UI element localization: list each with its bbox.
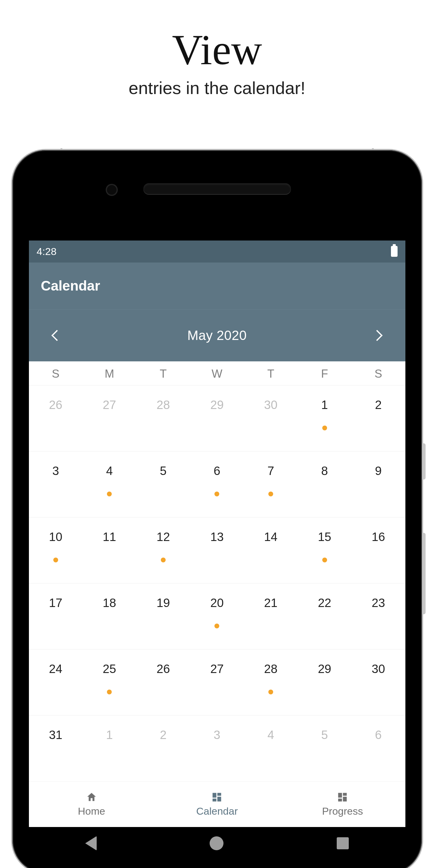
day-number: 10 bbox=[49, 530, 63, 544]
calendar-day[interactable]: 26 bbox=[136, 650, 190, 715]
calendar-day[interactable]: 29 bbox=[298, 650, 352, 715]
calendar-week: 31123456 bbox=[29, 715, 405, 781]
headline: View bbox=[0, 0, 434, 75]
android-back-button[interactable] bbox=[85, 836, 97, 850]
calendar-day[interactable]: 11 bbox=[82, 518, 136, 583]
day-number: 1 bbox=[106, 728, 113, 742]
calendar-day[interactable]: 3 bbox=[190, 715, 244, 781]
day-number: 8 bbox=[321, 464, 328, 478]
calendar-day[interactable]: 28 bbox=[136, 385, 190, 451]
calendar-day[interactable]: 18 bbox=[82, 584, 136, 649]
calendar-day[interactable]: 26 bbox=[29, 385, 83, 451]
nav-calendar[interactable]: Calendar bbox=[154, 781, 280, 827]
phone-camera bbox=[106, 184, 118, 196]
status-time: 4:28 bbox=[37, 246, 57, 257]
day-number: 9 bbox=[375, 464, 381, 478]
calendar-day[interactable]: 21 bbox=[244, 584, 298, 649]
calendar-day[interactable]: 2 bbox=[352, 385, 405, 451]
calendar-day[interactable]: 20 bbox=[190, 584, 244, 649]
day-number: 5 bbox=[160, 464, 167, 478]
day-number: 27 bbox=[210, 662, 224, 676]
calendar-day[interactable]: 30 bbox=[352, 650, 405, 715]
calendar-day[interactable]: 8 bbox=[298, 452, 352, 517]
calendar-week: 17181920212223 bbox=[29, 583, 405, 649]
day-number: 6 bbox=[375, 728, 381, 742]
calendar-day[interactable]: 4 bbox=[244, 715, 298, 781]
calendar-day[interactable]: 9 bbox=[352, 452, 405, 517]
calendar-day[interactable]: 6 bbox=[190, 452, 244, 517]
nav-home[interactable]: Home bbox=[29, 781, 155, 827]
calendar-day[interactable]: 19 bbox=[136, 584, 190, 649]
day-number: 27 bbox=[103, 398, 116, 412]
day-number: 11 bbox=[103, 530, 116, 544]
day-number: 23 bbox=[372, 596, 385, 610]
chevron-right-icon[interactable] bbox=[372, 330, 383, 341]
calendar-week: 10111213141516 bbox=[29, 517, 405, 583]
calendar-day[interactable]: 17 bbox=[29, 584, 83, 649]
calendar-day[interactable]: 24 bbox=[29, 650, 83, 715]
calendar-day[interactable]: 30 bbox=[244, 385, 298, 451]
calendar-day[interactable]: 25 bbox=[82, 650, 136, 715]
calendar-day[interactable]: 5 bbox=[136, 452, 190, 517]
calendar-day[interactable]: 23 bbox=[352, 584, 405, 649]
calendar-day[interactable]: 6 bbox=[352, 715, 405, 781]
day-number: 7 bbox=[267, 464, 274, 478]
day-number: 5 bbox=[321, 728, 328, 742]
weekday-header: M bbox=[82, 361, 136, 385]
day-number: 28 bbox=[264, 662, 278, 676]
day-number: 2 bbox=[375, 398, 381, 412]
nav-home-label: Home bbox=[78, 805, 105, 817]
calendar-day[interactable]: 7 bbox=[244, 452, 298, 517]
month-label[interactable]: May 2020 bbox=[187, 328, 247, 343]
calendar-day[interactable]: 1 bbox=[82, 715, 136, 781]
day-number: 3 bbox=[53, 464, 59, 478]
day-number: 15 bbox=[318, 530, 331, 544]
entry-dot-icon bbox=[268, 492, 273, 496]
android-home-button[interactable] bbox=[210, 836, 224, 850]
day-number: 17 bbox=[49, 596, 63, 610]
nav-calendar-label: Calendar bbox=[196, 805, 238, 817]
day-number: 20 bbox=[210, 596, 224, 610]
android-recents-button[interactable] bbox=[337, 837, 349, 849]
phone-screen: 4:28 Calendar May 2020 SMTWTFS 262728293… bbox=[29, 241, 405, 860]
day-number: 31 bbox=[49, 728, 63, 742]
calendar-day[interactable]: 31 bbox=[29, 715, 83, 781]
calendar-day[interactable]: 3 bbox=[29, 452, 83, 517]
day-number: 2 bbox=[160, 728, 167, 742]
calendar-day[interactable]: 16 bbox=[352, 518, 405, 583]
calendar-day[interactable]: 10 bbox=[29, 518, 83, 583]
entry-dot-icon bbox=[161, 558, 166, 562]
weekday-header: F bbox=[298, 361, 352, 385]
calendar-day[interactable]: 29 bbox=[190, 385, 244, 451]
android-nav-bar bbox=[29, 827, 405, 860]
weekday-header-row: SMTWTFS bbox=[29, 361, 405, 385]
day-number: 25 bbox=[103, 662, 116, 676]
calendar-day[interactable]: 28 bbox=[244, 650, 298, 715]
day-number: 6 bbox=[213, 464, 220, 478]
calendar-grid: SMTWTFS 26272829301234567891011121314151… bbox=[29, 361, 405, 781]
calendar-day[interactable]: 15 bbox=[298, 518, 352, 583]
nav-progress[interactable]: Progress bbox=[280, 781, 405, 827]
day-number: 30 bbox=[372, 662, 385, 676]
dashboard-icon bbox=[210, 792, 223, 803]
month-bar: May 2020 bbox=[29, 309, 405, 362]
day-number: 28 bbox=[157, 398, 170, 412]
calendar-day[interactable]: 27 bbox=[82, 385, 136, 451]
day-number: 29 bbox=[318, 662, 331, 676]
day-number: 16 bbox=[372, 530, 385, 544]
calendar-day[interactable]: 27 bbox=[190, 650, 244, 715]
calendar-day[interactable]: 2 bbox=[136, 715, 190, 781]
chevron-left-icon[interactable] bbox=[51, 330, 62, 341]
calendar-day[interactable]: 13 bbox=[190, 518, 244, 583]
calendar-day[interactable]: 4 bbox=[82, 452, 136, 517]
bottom-nav: Home Calendar Progress bbox=[29, 781, 405, 827]
calendar-day[interactable]: 12 bbox=[136, 518, 190, 583]
app-bar: Calendar bbox=[29, 262, 405, 309]
calendar-day[interactable]: 14 bbox=[244, 518, 298, 583]
calendar-day[interactable]: 5 bbox=[298, 715, 352, 781]
phone-speaker bbox=[143, 183, 291, 194]
day-number: 30 bbox=[264, 398, 278, 412]
calendar-day[interactable]: 1 bbox=[298, 385, 352, 451]
weekday-header: S bbox=[352, 361, 405, 385]
calendar-day[interactable]: 22 bbox=[298, 584, 352, 649]
